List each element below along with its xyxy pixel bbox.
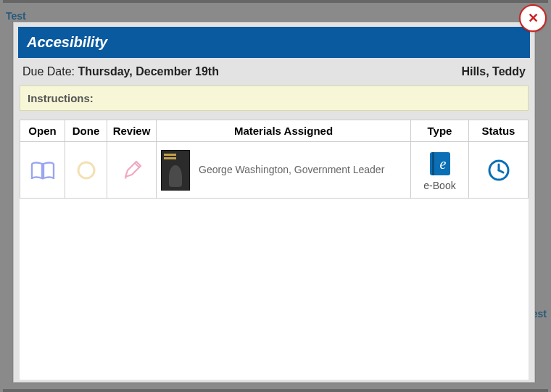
col-review: Review <box>107 120 157 142</box>
book-open-icon <box>30 160 56 180</box>
col-type: Type <box>411 120 469 142</box>
close-icon: ✕ <box>528 10 539 26</box>
modal-meta-row: Due Date: Thursday, December 19th Hills,… <box>18 58 530 86</box>
assignments-grid: Open Done Review Materials Assigned Type… <box>20 120 529 380</box>
done-cell[interactable] <box>65 142 107 199</box>
svg-line-8 <box>499 170 503 172</box>
student-name: Hills, Teddy <box>461 65 526 78</box>
table-header-row: Open Done Review Materials Assigned Type… <box>20 120 529 142</box>
type-cell: e e-Book <box>411 142 469 199</box>
col-open: Open <box>20 120 65 142</box>
instructions-panel: Instructions: <box>20 86 529 111</box>
grid-empty-area <box>20 199 529 380</box>
col-materials: Materials Assigned <box>157 120 411 142</box>
ebook-icon: e <box>426 149 455 178</box>
open-cell[interactable] <box>20 142 65 199</box>
svg-text:e: e <box>439 156 446 172</box>
svg-rect-4 <box>432 152 434 175</box>
due-date-label: Due Date: <box>22 65 75 78</box>
pencil-icon <box>121 159 143 181</box>
close-button[interactable]: ✕ <box>519 4 547 32</box>
background-text: Test <box>6 10 26 22</box>
col-done: Done <box>65 120 107 142</box>
svg-point-1 <box>78 162 94 178</box>
modal-title: Accesibility <box>18 27 530 58</box>
status-cell <box>469 142 529 199</box>
due-date-value: Thursday, December 19th <box>78 65 219 78</box>
accessibility-modal: Accesibility Due Date: Thursday, Decembe… <box>13 22 535 383</box>
materials-cell: George Washington, Government Leader <box>157 142 411 199</box>
material-title: George Washington, Government Leader <box>199 163 384 176</box>
type-label: e-Book <box>415 180 464 191</box>
circle-progress-icon <box>75 159 97 181</box>
material-thumbnail <box>161 150 190 191</box>
clock-icon <box>486 158 511 183</box>
review-cell[interactable] <box>107 142 157 199</box>
table-row: George Washington, Government Leader e e… <box>20 142 529 199</box>
col-status: Status <box>469 120 529 142</box>
